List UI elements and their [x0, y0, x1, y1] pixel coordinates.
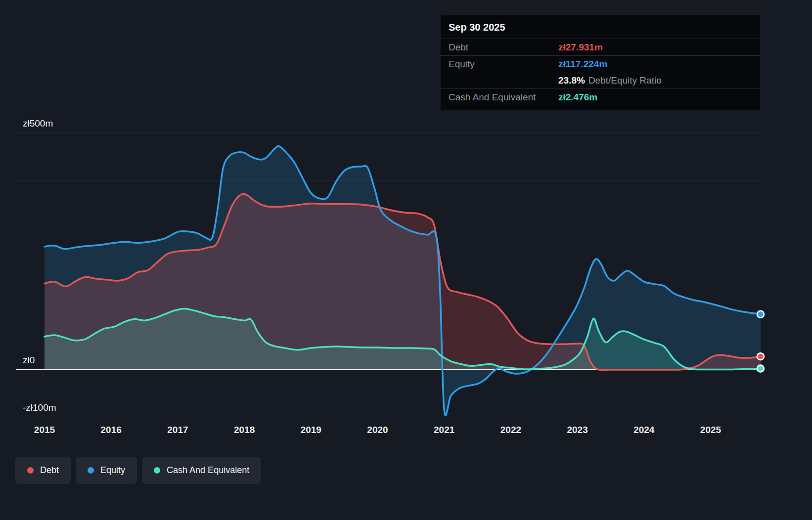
cash-and-equivalent-endpoint-dot[interactable] — [757, 365, 764, 372]
equity-dot-icon — [88, 467, 94, 474]
tooltip-debt-label: Debt — [449, 42, 558, 52]
cash-dot-icon — [154, 467, 160, 474]
legend-debt-label: Debt — [40, 465, 59, 476]
tooltip-date: Sep 30 2025 — [441, 15, 760, 39]
legend-item-equity[interactable]: Equity — [76, 457, 137, 484]
x-axis-label: 2021 — [424, 425, 464, 435]
x-axis-label: 2019 — [291, 425, 331, 435]
debt-endpoint-dot[interactable] — [757, 353, 764, 360]
tooltip-equity-row: Equity zł117.224m — [441, 55, 760, 72]
legend-item-cash[interactable]: Cash And Equivalent — [142, 457, 261, 484]
x-axis-label: 2023 — [558, 425, 597, 435]
x-axis-label: 2020 — [358, 425, 398, 435]
x-axis-label: 2022 — [491, 425, 531, 435]
chart-legend: Debt Equity Cash And Equivalent — [15, 457, 261, 484]
tooltip-equity-label: Equity — [449, 59, 558, 69]
y-axis-label: -zł100m — [23, 402, 56, 413]
x-axis-label: 2015 — [25, 425, 64, 435]
debt-equity-ratio-percent: 23.8% — [558, 75, 585, 86]
chart-tooltip: Sep 30 2025 Debt zł27.931m Equity zł117.… — [441, 15, 760, 110]
equity-endpoint-dot[interactable] — [757, 311, 764, 318]
debt-equity-ratio-label: Debt/Equity Ratio — [588, 75, 662, 86]
legend-cash-label: Cash And Equivalent — [167, 465, 249, 476]
y-axis-label: zł0 — [23, 355, 35, 366]
x-axis-label: 2018 — [225, 425, 264, 435]
tooltip-ratio-value: 23.8%Debt/Equity Ratio — [558, 75, 662, 86]
tooltip-debt-row: Debt zł27.931m — [441, 39, 760, 55]
legend-item-debt[interactable]: Debt — [15, 457, 71, 484]
tooltip-cash-label: Cash And Equivalent — [449, 92, 558, 102]
x-axis-label: 2017 — [158, 425, 197, 435]
tooltip-cash-value: zł2.476m — [558, 92, 597, 102]
x-axis-label: 2016 — [91, 425, 131, 435]
y-axis-label: zł500m — [23, 118, 53, 129]
tooltip-ratio-row: 23.8%Debt/Equity Ratio — [441, 72, 760, 88]
tooltip-debt-value: zł27.931m — [558, 42, 603, 52]
tooltip-equity-value: zł117.224m — [558, 59, 607, 69]
legend-equity-label: Equity — [100, 465, 125, 476]
debt-equity-history-page: zł500mzł0-zł100m201520162017201820192020… — [0, 0, 812, 520]
tooltip-cash-row: Cash And Equivalent zł2.476m — [441, 88, 760, 105]
debt-dot-icon — [27, 467, 34, 474]
x-axis-label: 2025 — [691, 425, 730, 435]
x-axis-label: 2024 — [624, 425, 664, 435]
